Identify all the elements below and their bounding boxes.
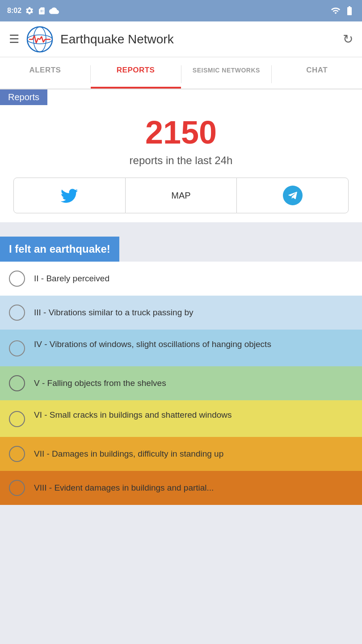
twitter-icon	[59, 186, 79, 205]
scale-label-v: V - Falling objects from the shelves	[34, 378, 166, 388]
sim-icon	[38, 7, 46, 15]
scale-item-vii[interactable]: VII - Damages in buildings, difficulty i…	[0, 437, 362, 471]
telegram-button[interactable]	[236, 178, 349, 213]
settings-icon	[25, 6, 34, 15]
app-title: Earthquake Network	[60, 32, 336, 47]
reports-section: Reports 2150 reports in the last 24h MAP	[0, 89, 362, 222]
main-content: Reports 2150 reports in the last 24h MAP	[0, 89, 362, 644]
scale-list: II - Barely perceived III - Vibrations s…	[0, 262, 362, 505]
status-bar: 8:02	[0, 0, 362, 21]
scale-item-iv[interactable]: IV - Vibrations of windows, slight oscil…	[0, 330, 362, 366]
scale-label-vii: VII - Damages in buildings, difficulty i…	[34, 449, 223, 459]
tab-bar: ALERTS REPORTS SEISMIC NETWORKS CHAT	[0, 57, 362, 89]
scale-item-iii[interactable]: III - Vibrations similar to a truck pass…	[0, 296, 362, 330]
scale-label-iii: III - Vibrations similar to a truck pass…	[34, 308, 194, 318]
reports-badge: Reports	[0, 89, 47, 105]
radio-ii[interactable]	[9, 271, 25, 287]
scale-item-vi[interactable]: VI - Small cracks in buildings and shatt…	[0, 400, 362, 437]
map-label: MAP	[171, 191, 190, 201]
tab-reports[interactable]: REPORTS	[91, 57, 181, 89]
felt-section: I felt an earthquake! II - Barely percei…	[0, 222, 362, 505]
reports-subtitle: reports in the last 24h	[0, 154, 362, 167]
scale-label-ii: II - Barely perceived	[34, 274, 109, 284]
felt-banner: I felt an earthquake!	[0, 237, 119, 262]
time-display: 8:02	[7, 7, 21, 15]
scale-item-ii[interactable]: II - Barely perceived	[0, 262, 362, 296]
battery-icon	[344, 5, 355, 16]
reports-count: 2150	[0, 114, 362, 151]
scale-label-iv: IV - Vibrations of windows, slight oscil…	[34, 339, 271, 349]
map-button[interactable]: MAP	[126, 178, 237, 213]
app-logo	[26, 26, 53, 53]
radio-viii[interactable]	[9, 480, 25, 496]
scale-label-vi: VI - Small cracks in buildings and shatt…	[34, 410, 232, 420]
menu-button[interactable]: ☰	[9, 32, 19, 46]
radio-v[interactable]	[9, 375, 25, 391]
scale-item-viii[interactable]: VIII - Evident damages in buildings and …	[0, 471, 362, 505]
tab-alerts[interactable]: ALERTS	[0, 57, 90, 89]
twitter-button[interactable]	[13, 178, 126, 213]
radio-vii[interactable]	[9, 446, 25, 462]
action-buttons: MAP	[0, 178, 362, 213]
wifi-icon	[331, 6, 341, 16]
cloud-icon	[49, 6, 59, 16]
refresh-button[interactable]: ↻	[343, 32, 353, 47]
tab-seismic[interactable]: SEISMIC NETWORKS	[181, 57, 272, 89]
app-bar: ☰ Earthquake Network ↻	[0, 21, 362, 57]
tab-chat[interactable]: CHAT	[272, 57, 362, 89]
radio-iv[interactable]	[9, 340, 25, 356]
telegram-icon	[283, 186, 303, 205]
radio-iii[interactable]	[9, 305, 25, 321]
status-right	[331, 5, 355, 16]
status-left: 8:02	[7, 6, 59, 16]
scale-label-viii: VIII - Evident damages in buildings and …	[34, 483, 214, 493]
scale-item-v[interactable]: V - Falling objects from the shelves	[0, 366, 362, 400]
radio-vi[interactable]	[9, 411, 25, 427]
